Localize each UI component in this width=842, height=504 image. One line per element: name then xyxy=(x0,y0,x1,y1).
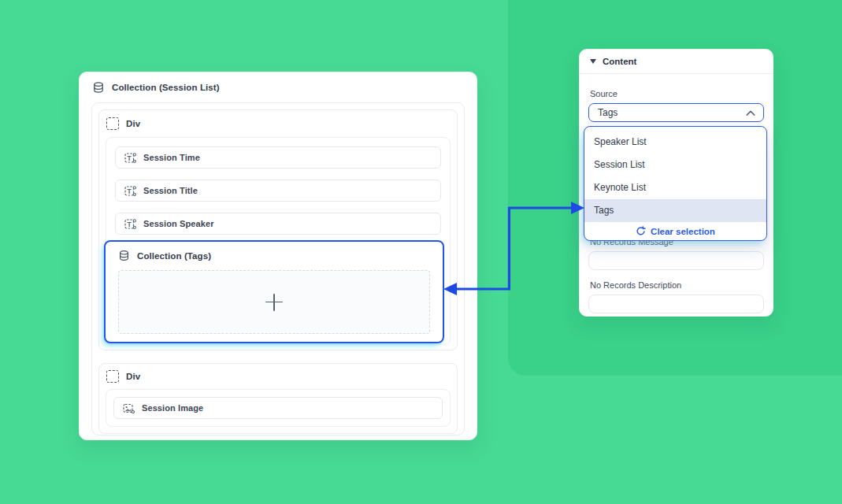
text-binding-icon: T xyxy=(124,218,136,230)
add-element-slot[interactable] xyxy=(118,270,430,334)
source-dropdown: Speaker List Session List Keynote List T… xyxy=(584,126,767,241)
tree-node-collection-session-list[interactable]: Collection (Session List) xyxy=(80,72,477,102)
option-session-list[interactable]: Session List xyxy=(584,154,766,176)
image-icon xyxy=(123,402,135,414)
clear-selection-label: Clear selection xyxy=(651,227,715,236)
collection-content-wrapper: Div T Session Time T xyxy=(91,102,465,435)
dashed-box-icon xyxy=(106,370,119,383)
no-records-description-input[interactable] xyxy=(588,295,764,313)
tree-node-session-time[interactable]: T Session Time xyxy=(115,146,441,169)
caret-down-icon xyxy=(590,59,596,64)
option-keynote-list[interactable]: Keynote List xyxy=(584,176,766,199)
svg-text:T: T xyxy=(128,220,132,228)
session-speaker-label: Session Speaker xyxy=(143,219,214,228)
tree-node-session-image[interactable]: Session Image xyxy=(113,397,443,419)
field-group: T Session Time T Session Title xyxy=(106,137,451,345)
div-top-label: Div xyxy=(126,119,140,128)
no-records-message-input[interactable] xyxy=(588,251,764,270)
option-speaker-list[interactable]: Speaker List xyxy=(584,131,766,154)
section-header-content[interactable]: Content xyxy=(580,50,773,74)
svg-text:T: T xyxy=(128,154,132,161)
session-image-label: Session Image xyxy=(142,403,203,413)
no-records-description-label: No Records Description xyxy=(590,280,764,290)
collection-tags-label: Collection (Tags) xyxy=(137,251,211,261)
tree-node-session-speaker[interactable]: T Session Speaker xyxy=(115,213,441,235)
chevron-up-icon xyxy=(745,109,756,117)
field-group: Session Image xyxy=(106,389,451,427)
source-select-value: Tags xyxy=(598,107,618,118)
database-icon xyxy=(118,250,130,261)
source-select[interactable]: Tags xyxy=(588,103,764,122)
inspector-panel: Content Source Tags No Records Message N… xyxy=(579,49,773,317)
session-time-label: Session Time xyxy=(143,153,200,162)
builder-canvas-card: Collection (Session List) Div T Session … xyxy=(79,72,477,440)
tree-node-collection-tags[interactable]: Collection (Tags) xyxy=(104,240,444,343)
collection-tags-header[interactable]: Collection (Tags) xyxy=(106,242,443,269)
option-tags[interactable]: Tags xyxy=(584,199,766,222)
div-node-bottom-header[interactable]: Div xyxy=(99,364,457,389)
source-label: Source xyxy=(590,89,764,98)
clear-selection-button[interactable]: Clear selection xyxy=(584,222,766,240)
tree-node-session-title[interactable]: T Session Title xyxy=(115,180,441,202)
div-bottom-label: Div xyxy=(126,372,140,381)
text-binding-icon: T xyxy=(124,152,136,164)
div-node-bottom: Div Session Image xyxy=(98,363,458,434)
session-title-label: Session Title xyxy=(143,186,198,195)
plus-icon xyxy=(265,294,283,311)
section-title: Content xyxy=(603,57,636,66)
svg-text:T: T xyxy=(128,187,132,195)
div-node-top-header[interactable]: Div xyxy=(99,110,457,137)
text-binding-icon: T xyxy=(124,185,136,197)
dashed-box-icon xyxy=(106,117,119,130)
div-node-top: Div T Session Time T xyxy=(98,109,458,350)
collection-session-list-label: Collection (Session List) xyxy=(112,83,220,92)
database-icon xyxy=(92,81,105,94)
reset-icon xyxy=(636,226,646,236)
